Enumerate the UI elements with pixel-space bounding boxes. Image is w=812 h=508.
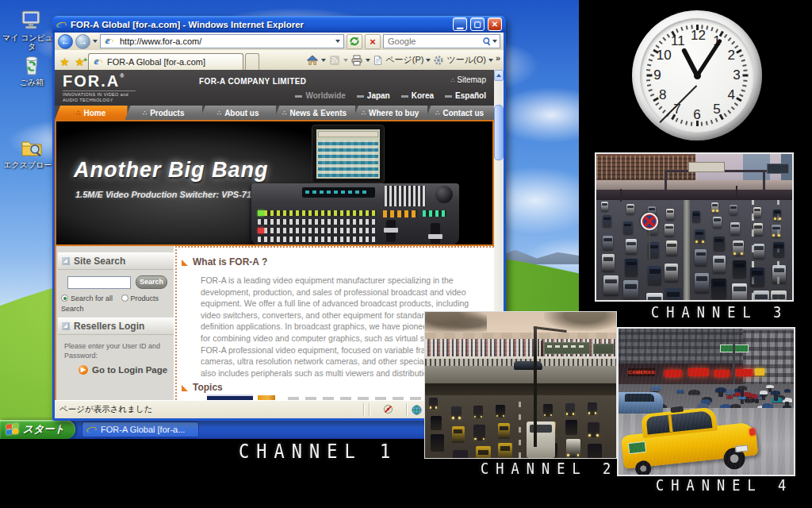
toolbar-overflow-chevron[interactable]: » [496,53,500,63]
site-search-input[interactable] [68,280,130,291]
nav-tab-home[interactable]: ∴Home [55,106,128,120]
home-icon[interactable] [306,54,319,67]
lang-korea[interactable]: Korea [401,91,434,100]
address-bar[interactable]: e [100,34,344,48]
topics-heading: Topics [182,379,223,394]
channel-4-video: CAMERAS [617,327,795,476]
nav-tab-where-to-buy[interactable]: ∴Where to buy [353,106,428,120]
command-bar: ページ(P) ツール(O) » [306,50,500,70]
address-dropdown-icon[interactable] [335,40,340,43]
status-message: ページが表示されました [59,404,358,415]
lang-japan[interactable]: Japan [357,91,390,100]
car-windshield [774,244,783,248]
minimize-button[interactable]: ▁ [453,17,467,31]
radio-products-search[interactable] [121,294,128,302]
login-link-label: Go to Login Page [92,365,167,375]
stop-button[interactable]: × [365,34,381,49]
console-button-row [258,219,377,225]
tab-for-a-global[interactable]: e FOR-A Global [for-a.com] [88,53,243,70]
nav-tab-products[interactable]: ∴Products [125,106,202,120]
start-button[interactable]: スタート [0,420,75,439]
car-windshield [625,284,637,289]
phishing-filter-icon[interactable] [374,404,401,416]
refresh-button[interactable] [347,34,362,49]
what-is-heading: What is FOR-A ? [182,254,267,268]
tab-bar: ★ ★+ e FOR-A Global [for-a.com] [55,50,504,70]
car-windshield [649,208,655,210]
sitemap-label: Sitemap [457,75,486,84]
channel-3-label: CHANNEL 3 [651,303,788,321]
scroll-up-button[interactable] [494,70,504,81]
car-windshield [666,267,677,271]
car-windshield [603,217,611,220]
home-dropdown-icon[interactable] [321,59,326,62]
nav-tab-contact-us[interactable]: ∴Contact us [425,106,494,120]
tools-menu[interactable]: ツール(O) [446,54,485,66]
print-icon[interactable] [350,54,363,67]
clock-number: 12 [691,28,703,44]
hero-title: Another Big Bang [74,158,269,183]
forward-button[interactable]: → [75,34,90,49]
back-button[interactable]: ← [58,34,73,49]
favorites-center-icon[interactable]: ★ [58,54,71,70]
hero-banner[interactable]: Another Big Bang 1.5M/E Video Production… [55,120,494,246]
add-favorite-icon[interactable]: ★+ [73,54,86,70]
search-dropdown-icon[interactable] [492,40,497,43]
maximize-button[interactable]: ▢ [470,17,485,31]
clock-tick [662,110,665,114]
go-to-login-link[interactable]: ▶ Go to Login Page [79,365,167,375]
login-instructions: Please enter your User ID and Password: [64,341,163,360]
logo-registered-mark: ® [120,73,125,79]
car-windshield [772,227,780,230]
lang-worldwide[interactable]: Worldwide [295,91,345,100]
tools-dropdown-icon[interactable] [488,59,493,62]
car [666,241,677,256]
taskbar-task-ie[interactable]: e FOR-A Global [for-a... [82,421,199,437]
headlight [550,414,553,417]
feeds-dropdown-icon[interactable] [343,59,348,62]
lang-espanol[interactable]: Español [445,91,486,100]
search-icon[interactable] [482,37,492,47]
history-dropdown-icon[interactable] [93,40,98,43]
scroll-thumb[interactable] [494,105,504,160]
print-dropdown-icon[interactable] [366,59,370,62]
address-toolbar: ← → e × [55,33,504,50]
page-menu[interactable]: ページ(P) [385,54,423,66]
car [626,204,634,214]
nav-tab-news-events[interactable]: ∴News & Events [274,106,354,120]
taxi-window [500,446,511,451]
close-button[interactable]: ✕ [488,17,502,31]
new-tab-stub[interactable] [245,53,259,70]
topic-thumbnail[interactable] [207,394,253,400]
car [733,260,746,278]
title-bar[interactable]: e FOR-A Global [for-a.com] - Windows Int… [52,16,506,33]
lamp-pole [736,186,737,200]
site-search-button[interactable]: Search [136,275,167,289]
lane-line [519,395,521,458]
radio-search-all[interactable] [61,294,68,302]
site-search-field[interactable] [67,276,131,289]
page-icon [373,55,383,66]
clock-number: 8 [657,87,669,103]
page-dropdown-icon[interactable] [426,59,431,62]
search-input[interactable] [386,36,482,47]
car-windshield [772,294,785,299]
window-title: FOR-A Global [for-a.com] - Windows Inter… [71,20,450,29]
sitemap-link[interactable]: ∴ Sitemap [450,75,486,84]
car [665,264,678,282]
headlight [544,414,546,417]
car-windshield [667,244,676,247]
car [431,416,442,430]
building-windows [596,156,695,179]
for-a-logo[interactable]: FOR.A® INNOVATIONS IN VIDEO and AUDIO TE… [63,73,136,102]
car [714,237,725,251]
refresh-icon [348,35,361,48]
clock-tick [728,37,731,41]
tools-gear-icon [433,55,444,66]
address-input[interactable] [118,36,332,47]
headlight [772,234,775,237]
multiviewer-screen: マイ コンピュータ ごみ箱 [0,0,812,508]
nav-tab-about-us[interactable]: ∴About us [200,106,276,120]
search-box[interactable] [383,34,500,48]
recycle-bin-icon [19,54,44,76]
